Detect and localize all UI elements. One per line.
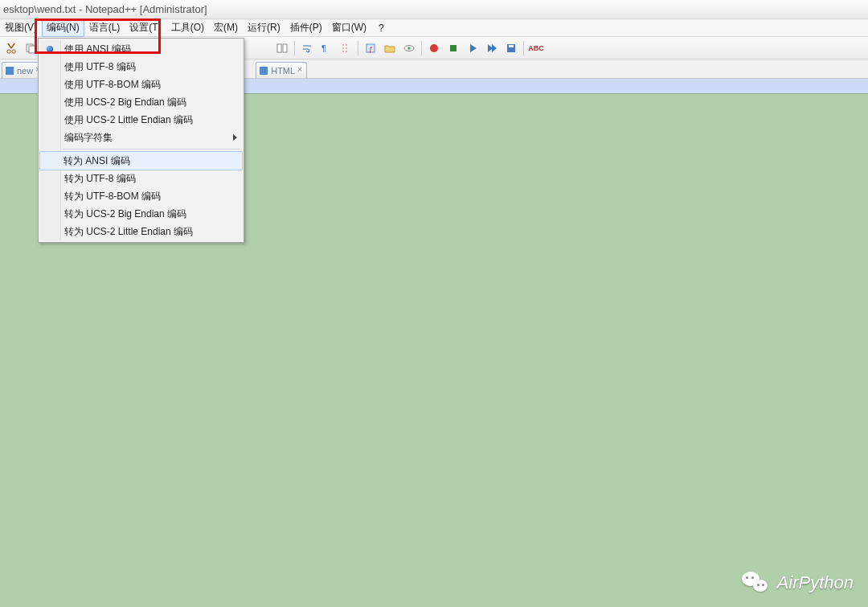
convert-ucs2be-item[interactable]: 转为 UCS-2 Big Endian 编码	[40, 205, 242, 223]
separator	[523, 41, 524, 55]
charset-submenu-item[interactable]: 编码字符集	[40, 129, 242, 146]
menu-tools[interactable]: 工具(O)	[166, 18, 209, 37]
encode-ansi-item[interactable]: 使用 ANSI 编码	[40, 40, 242, 58]
tab-close-icon[interactable]: ×	[295, 65, 305, 75]
wechat-icon	[742, 572, 769, 594]
menu-item-label: 转为 UCS-2 Little Endian 编码	[64, 225, 193, 239]
svg-rect-7	[283, 44, 287, 52]
menu-item-label: 转为 UTF-8 编码	[64, 172, 136, 186]
menu-item-label: 使用 UCS-2 Big Endian 编码	[64, 96, 186, 109]
menu-item-label: 转为 UCS-2 Big Endian 编码	[64, 207, 186, 221]
menu-macro[interactable]: 宏(M)	[209, 18, 243, 37]
title-bar: esktop\wend.txt - Notepad++ [Administrat…	[0, 0, 868, 19]
file-icon	[6, 67, 14, 75]
file-icon	[260, 67, 268, 75]
convert-utf8bom-item[interactable]: 转为 UTF-8-BOM 编码	[40, 187, 242, 205]
menu-language[interactable]: 语言(L)	[84, 18, 125, 37]
menu-run[interactable]: 运行(R)	[243, 18, 285, 37]
menu-item-label: 编码字符集	[64, 131, 113, 145]
menu-bar: 视图(V) 编码(N) 语言(L) 设置(T) 工具(O) 宏(M) 运行(R)…	[0, 19, 868, 37]
play-macro-icon[interactable]	[464, 39, 481, 57]
encode-utf8-item[interactable]: 使用 UTF-8 编码	[40, 58, 242, 76]
watermark-text: AirPython	[777, 572, 854, 593]
menu-view[interactable]: 视图(V)	[0, 18, 42, 37]
separator	[294, 41, 295, 55]
spellcheck-icon[interactable]: ABC	[527, 39, 545, 57]
document-tab[interactable]: HTML ×	[256, 62, 307, 78]
menu-item-label: 使用 UCS-2 Little Endian 编码	[64, 113, 193, 127]
play-multiple-icon[interactable]	[483, 39, 501, 57]
menu-item-label: 转为 UTF-8-BOM 编码	[64, 190, 161, 203]
separator	[421, 41, 422, 55]
svg-rect-21	[509, 45, 514, 47]
toggle-view-icon[interactable]	[273, 39, 291, 57]
copy-icon[interactable]	[22, 39, 39, 57]
encode-ucs2le-item[interactable]: 使用 UCS-2 Little Endian 编码	[40, 111, 242, 129]
svg-text:¶: ¶	[321, 43, 326, 53]
eye-icon[interactable]	[400, 39, 418, 57]
svg-marker-19	[492, 44, 497, 52]
menu-item-label: 使用 UTF-8-BOM 编码	[64, 78, 161, 92]
menu-window[interactable]: 窗口(W)	[327, 18, 371, 37]
separator	[358, 41, 358, 55]
record-macro-icon[interactable]	[425, 39, 443, 57]
menu-help[interactable]: ?	[371, 20, 391, 36]
cut-icon[interactable]	[2, 39, 20, 57]
show-all-chars-icon[interactable]: ¶	[317, 39, 335, 57]
convert-ansi-item[interactable]: 转为 ANSI 编码	[39, 151, 243, 170]
menu-separator	[63, 149, 240, 150]
function-list-icon[interactable]: ƒ	[362, 39, 379, 57]
svg-marker-17	[470, 44, 477, 52]
convert-ucs2le-item[interactable]: 转为 UCS-2 Little Endian 编码	[40, 223, 242, 240]
svg-point-15	[430, 44, 438, 52]
menu-plugins[interactable]: 插件(P)	[285, 18, 327, 37]
svg-rect-16	[450, 45, 457, 51]
wordwrap-icon[interactable]	[298, 39, 316, 57]
svg-point-0	[7, 49, 10, 52]
encoding-menu: 使用 ANSI 编码 使用 UTF-8 编码 使用 UTF-8-BOM 编码 使…	[38, 38, 244, 243]
menu-encoding[interactable]: 编码(N)	[42, 18, 84, 37]
stop-macro-icon[interactable]	[444, 39, 462, 57]
watermark: AirPython	[742, 572, 854, 594]
tab-label: new	[17, 66, 33, 76]
svg-rect-6	[277, 44, 281, 52]
encode-ucs2be-item[interactable]: 使用 UCS-2 Big Endian 编码	[40, 93, 242, 111]
window-title: esktop\wend.txt - Notepad++ [Administrat…	[3, 3, 207, 15]
submenu-arrow-icon	[233, 134, 237, 141]
folder-icon[interactable]	[381, 39, 399, 57]
tab-label: HTML	[271, 66, 295, 76]
indent-guide-icon[interactable]	[337, 39, 354, 57]
menu-item-label: 使用 ANSI 编码	[64, 43, 131, 56]
selected-bullet-icon	[47, 46, 53, 52]
svg-text:ƒ: ƒ	[369, 45, 373, 53]
menu-item-label: 转为 ANSI 编码	[63, 154, 130, 168]
menu-item-label: 使用 UTF-8 编码	[64, 60, 136, 74]
svg-point-1	[12, 49, 15, 52]
menu-settings[interactable]: 设置(T)	[125, 18, 166, 37]
convert-utf8-item[interactable]: 转为 UTF-8 编码	[40, 170, 242, 187]
save-macro-icon[interactable]	[502, 39, 520, 57]
encode-utf8bom-item[interactable]: 使用 UTF-8-BOM 编码	[40, 76, 242, 93]
svg-rect-3	[29, 46, 35, 53]
svg-point-14	[407, 47, 411, 50]
